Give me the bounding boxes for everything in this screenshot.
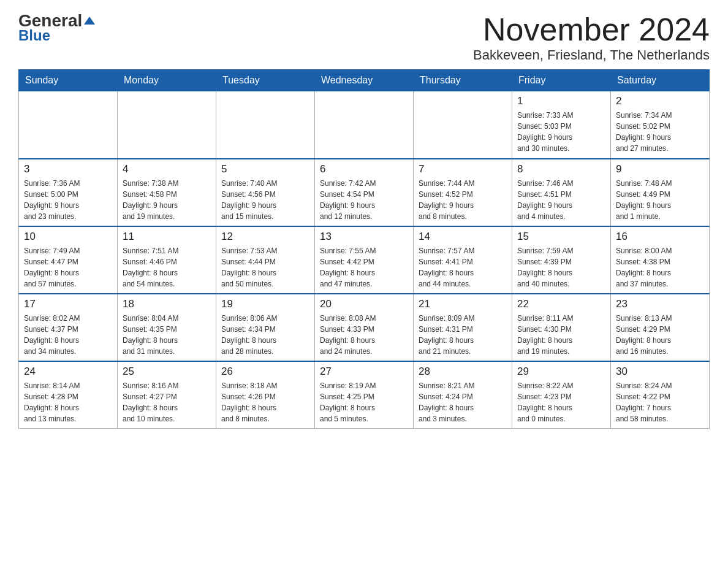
weekday-header-tuesday: Tuesday (216, 70, 315, 91)
calendar-table: SundayMondayTuesdayWednesdayThursdayFrid… (18, 69, 710, 429)
day-number: 28 (419, 366, 507, 378)
day-info: Sunrise: 8:00 AMSunset: 4:38 PMDaylight:… (616, 245, 704, 289)
calendar-cell (414, 91, 512, 159)
day-info: Sunrise: 8:06 AMSunset: 4:34 PMDaylight:… (221, 313, 309, 357)
calendar-cell: 14Sunrise: 7:57 AMSunset: 4:41 PMDayligh… (414, 226, 512, 294)
calendar-cell: 17Sunrise: 8:02 AMSunset: 4:37 PMDayligh… (19, 294, 118, 361)
weekday-header-thursday: Thursday (414, 70, 512, 91)
calendar-cell: 28Sunrise: 8:21 AMSunset: 4:24 PMDayligh… (414, 361, 512, 429)
day-number: 4 (123, 163, 211, 175)
day-info: Sunrise: 8:08 AMSunset: 4:33 PMDaylight:… (320, 313, 408, 357)
title-block: November 2024 Bakkeveen, Friesland, The … (473, 12, 710, 63)
logo: General Blue (18, 12, 95, 44)
weekday-header-friday: Friday (512, 70, 611, 91)
page-header: General Blue November 2024 Bakkeveen, Fr… (18, 12, 710, 63)
calendar-cell: 23Sunrise: 8:13 AMSunset: 4:29 PMDayligh… (611, 294, 710, 361)
day-number: 22 (517, 298, 605, 310)
weekday-header-sunday: Sunday (19, 70, 118, 91)
calendar-cell: 10Sunrise: 7:49 AMSunset: 4:47 PMDayligh… (19, 226, 118, 294)
day-info: Sunrise: 7:46 AMSunset: 4:51 PMDaylight:… (517, 178, 605, 222)
day-info: Sunrise: 7:36 AMSunset: 5:00 PMDaylight:… (24, 178, 112, 222)
day-number: 2 (616, 95, 704, 107)
calendar-cell: 18Sunrise: 8:04 AMSunset: 4:35 PMDayligh… (118, 294, 216, 361)
calendar-cell: 7Sunrise: 7:44 AMSunset: 4:52 PMDaylight… (414, 159, 512, 226)
day-number: 9 (616, 163, 704, 175)
calendar-week-row: 17Sunrise: 8:02 AMSunset: 4:37 PMDayligh… (19, 294, 710, 361)
calendar-cell: 21Sunrise: 8:09 AMSunset: 4:31 PMDayligh… (414, 294, 512, 361)
calendar-cell (315, 91, 414, 159)
day-info: Sunrise: 7:38 AMSunset: 4:58 PMDaylight:… (123, 178, 211, 222)
day-info: Sunrise: 8:22 AMSunset: 4:23 PMDaylight:… (517, 380, 605, 424)
day-number: 18 (123, 298, 211, 310)
calendar-week-row: 10Sunrise: 7:49 AMSunset: 4:47 PMDayligh… (19, 226, 710, 294)
day-info: Sunrise: 7:51 AMSunset: 4:46 PMDaylight:… (123, 245, 211, 289)
day-info: Sunrise: 7:48 AMSunset: 4:49 PMDaylight:… (616, 178, 704, 222)
day-info: Sunrise: 7:40 AMSunset: 4:56 PMDaylight:… (221, 178, 309, 222)
day-number: 3 (24, 163, 112, 175)
calendar-cell: 12Sunrise: 7:53 AMSunset: 4:44 PMDayligh… (216, 226, 315, 294)
calendar-cell: 22Sunrise: 8:11 AMSunset: 4:30 PMDayligh… (512, 294, 611, 361)
day-number: 12 (221, 231, 309, 243)
calendar-cell: 29Sunrise: 8:22 AMSunset: 4:23 PMDayligh… (512, 361, 611, 429)
calendar-cell: 30Sunrise: 8:24 AMSunset: 4:22 PMDayligh… (611, 361, 710, 429)
calendar-cell: 8Sunrise: 7:46 AMSunset: 4:51 PMDaylight… (512, 159, 611, 226)
day-number: 20 (320, 298, 408, 310)
calendar-cell: 25Sunrise: 8:16 AMSunset: 4:27 PMDayligh… (118, 361, 216, 429)
day-number: 30 (616, 366, 704, 378)
calendar-cell: 15Sunrise: 7:59 AMSunset: 4:39 PMDayligh… (512, 226, 611, 294)
calendar-cell (118, 91, 216, 159)
day-info: Sunrise: 8:16 AMSunset: 4:27 PMDaylight:… (123, 380, 211, 424)
calendar-cell: 19Sunrise: 8:06 AMSunset: 4:34 PMDayligh… (216, 294, 315, 361)
calendar-cell: 5Sunrise: 7:40 AMSunset: 4:56 PMDaylight… (216, 159, 315, 226)
calendar-cell: 27Sunrise: 8:19 AMSunset: 4:25 PMDayligh… (315, 361, 414, 429)
calendar-cell: 9Sunrise: 7:48 AMSunset: 4:49 PMDaylight… (611, 159, 710, 226)
day-info: Sunrise: 8:24 AMSunset: 4:22 PMDaylight:… (616, 380, 704, 424)
calendar-week-row: 1Sunrise: 7:33 AMSunset: 5:03 PMDaylight… (19, 91, 710, 159)
weekday-header-row: SundayMondayTuesdayWednesdayThursdayFrid… (19, 70, 710, 91)
month-title: November 2024 (473, 12, 710, 47)
day-number: 7 (419, 163, 507, 175)
day-number: 29 (517, 366, 605, 378)
day-info: Sunrise: 8:18 AMSunset: 4:26 PMDaylight:… (221, 380, 309, 424)
calendar-cell: 24Sunrise: 8:14 AMSunset: 4:28 PMDayligh… (19, 361, 118, 429)
day-info: Sunrise: 7:49 AMSunset: 4:47 PMDaylight:… (24, 245, 112, 289)
day-number: 1 (517, 95, 605, 107)
day-info: Sunrise: 8:14 AMSunset: 4:28 PMDaylight:… (24, 380, 112, 424)
weekday-header-monday: Monday (118, 70, 216, 91)
day-number: 27 (320, 366, 408, 378)
calendar-cell: 4Sunrise: 7:38 AMSunset: 4:58 PMDaylight… (118, 159, 216, 226)
day-info: Sunrise: 7:57 AMSunset: 4:41 PMDaylight:… (419, 245, 507, 289)
day-number: 8 (517, 163, 605, 175)
calendar-cell: 6Sunrise: 7:42 AMSunset: 4:54 PMDaylight… (315, 159, 414, 226)
calendar-cell: 11Sunrise: 7:51 AMSunset: 4:46 PMDayligh… (118, 226, 216, 294)
day-info: Sunrise: 7:55 AMSunset: 4:42 PMDaylight:… (320, 245, 408, 289)
day-info: Sunrise: 7:34 AMSunset: 5:02 PMDaylight:… (616, 110, 704, 154)
day-number: 16 (616, 231, 704, 243)
day-info: Sunrise: 8:11 AMSunset: 4:30 PMDaylight:… (517, 313, 605, 357)
day-number: 10 (24, 231, 112, 243)
day-info: Sunrise: 8:13 AMSunset: 4:29 PMDaylight:… (616, 313, 704, 357)
calendar-cell: 3Sunrise: 7:36 AMSunset: 5:00 PMDaylight… (19, 159, 118, 226)
calendar-week-row: 3Sunrise: 7:36 AMSunset: 5:00 PMDaylight… (19, 159, 710, 226)
day-number: 21 (419, 298, 507, 310)
calendar-cell (19, 91, 118, 159)
day-info: Sunrise: 8:19 AMSunset: 4:25 PMDaylight:… (320, 380, 408, 424)
day-number: 14 (419, 231, 507, 243)
day-number: 15 (517, 231, 605, 243)
day-number: 5 (221, 163, 309, 175)
calendar-cell: 20Sunrise: 8:08 AMSunset: 4:33 PMDayligh… (315, 294, 414, 361)
day-number: 24 (24, 366, 112, 378)
day-number: 13 (320, 231, 408, 243)
calendar-cell: 26Sunrise: 8:18 AMSunset: 4:26 PMDayligh… (216, 361, 315, 429)
day-number: 23 (616, 298, 704, 310)
day-info: Sunrise: 8:09 AMSunset: 4:31 PMDaylight:… (419, 313, 507, 357)
logo-blue: Blue (18, 27, 50, 44)
day-info: Sunrise: 7:44 AMSunset: 4:52 PMDaylight:… (419, 178, 507, 222)
calendar-week-row: 24Sunrise: 8:14 AMSunset: 4:28 PMDayligh… (19, 361, 710, 429)
calendar-cell: 16Sunrise: 8:00 AMSunset: 4:38 PMDayligh… (611, 226, 710, 294)
day-info: Sunrise: 8:21 AMSunset: 4:24 PMDaylight:… (419, 380, 507, 424)
calendar-cell: 1Sunrise: 7:33 AMSunset: 5:03 PMDaylight… (512, 91, 611, 159)
day-info: Sunrise: 7:33 AMSunset: 5:03 PMDaylight:… (517, 110, 605, 154)
day-number: 11 (123, 231, 211, 243)
day-info: Sunrise: 8:04 AMSunset: 4:35 PMDaylight:… (123, 313, 211, 357)
